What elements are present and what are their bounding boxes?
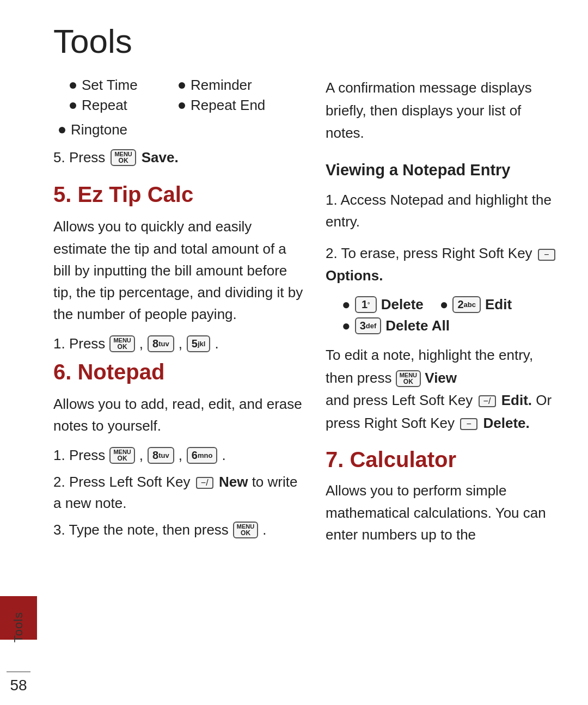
ringtone-label: Ringtone: [71, 121, 127, 138]
list-item: Reminder: [179, 77, 287, 94]
notepad-step3-row: 3. Type the note, then press MENU OK .: [53, 522, 304, 538]
edit-note-section: To edit a note, highlight the entry, the…: [326, 344, 561, 434]
soft-key-right-icon: −: [538, 249, 555, 261]
calculator-heading: 7. Calculator: [326, 447, 561, 472]
ez-tip-step-row: 1. Press MENU OK , 8tuv , 5jkl .: [53, 335, 304, 352]
bullet-dot-opt2: ●: [440, 296, 449, 313]
notepad-key-8: 8tuv: [148, 447, 174, 464]
sidebar: Tools 58: [0, 0, 37, 705]
comma2: ,: [179, 335, 182, 352]
edit-soft-key-right: −: [460, 418, 477, 430]
period2: .: [222, 447, 225, 464]
right-step2: 2. To erase, press Right Soft Key − Opti…: [326, 242, 561, 286]
right-step1: 1. Access Notepad and highlight the entr…: [326, 189, 561, 233]
period1: .: [215, 335, 218, 352]
sidebar-label: Tools: [11, 612, 26, 642]
option-edit: ● 2abc Edit: [440, 296, 512, 313]
list-item: Set Time: [70, 77, 168, 94]
bullet-grid: Set Time Reminder Repeat Repeat End: [70, 77, 304, 114]
main-content: Tools Set Time Reminder Repeat: [37, 0, 588, 705]
option-delete-all-row: ● 3def Delete All: [342, 317, 561, 334]
left-column: Set Time Reminder Repeat Repeat End: [53, 77, 304, 683]
options-row1: ● 1° Delete ● 2abc Edit: [342, 296, 561, 313]
list-item: Repeat End: [179, 97, 287, 114]
ez-tip-heading: 5. Ez Tip Calc: [53, 182, 304, 207]
key-2abc: 2abc: [452, 296, 481, 313]
notepad-menu-key2: MENU OK: [233, 522, 258, 538]
option-delete: ● 1° Delete: [342, 296, 424, 313]
confirmation-text: A confirmation message displays briefly,…: [326, 77, 561, 145]
menu-ok-bottom: OK: [119, 157, 128, 164]
bullet-dot: [70, 102, 76, 109]
ez-tip-step-text: 1. Press: [53, 335, 105, 352]
sidebar-line: [7, 671, 30, 672]
comma3: ,: [139, 447, 143, 464]
right-column: A confirmation message displays briefly,…: [326, 77, 561, 683]
press-save-text: 5. Press: [53, 149, 105, 166]
menu-ok-key: MENU OK: [111, 149, 136, 166]
comma4: ,: [179, 447, 182, 464]
ringtone-row: Ringtone: [59, 121, 304, 138]
bullet-label: Set Time: [82, 77, 138, 94]
edit-note-menu-key: MENU OK: [396, 370, 421, 387]
save-label: Save.: [142, 149, 179, 166]
soft-key-left-icon: −/: [196, 477, 213, 489]
bullet-dot: [70, 82, 76, 89]
two-column-layout: Set Time Reminder Repeat Repeat End: [53, 77, 561, 683]
notepad-step1-row: 1. Press MENU OK , 8tuv , 6mno .: [53, 447, 304, 464]
edit-soft-key-left: −/: [479, 395, 496, 407]
notepad-heading: 6. Notepad: [53, 360, 304, 384]
comma1: ,: [139, 335, 143, 352]
ez-tip-menu-key: MENU OK: [109, 335, 134, 352]
key-1: 1°: [355, 296, 377, 313]
bullet-dot: [59, 127, 65, 133]
bullet-dot: [179, 102, 185, 109]
press-save-row: 5. Press MENU OK Save.: [53, 149, 304, 166]
bullet-dot-opt3: ●: [342, 317, 351, 334]
ez-tip-body: Allows you to quickly and easily estimat…: [53, 216, 304, 325]
viewing-heading: Viewing a Notepad Entry: [326, 161, 561, 179]
bullet-label: Repeat End: [191, 97, 265, 114]
ez-tip-key-5: 5jkl: [187, 335, 211, 352]
bullet-label: Repeat: [82, 97, 127, 114]
ez-tip-key-8: 8tuv: [148, 335, 174, 352]
notepad-menu-key1: MENU OK: [109, 447, 134, 464]
notepad-step2: 2. Press Left Soft Key −/ New to write a…: [53, 471, 304, 514]
bullet-dot-opt: ●: [342, 296, 351, 313]
key-3def: 3def: [355, 317, 382, 334]
notepad-step1-text: 1. Press: [53, 447, 105, 464]
calculator-body: Allows you to perform simple mathematica…: [326, 480, 561, 545]
list-item: Repeat: [70, 97, 168, 114]
notepad-body: Allows you to add, read, edit, and erase…: [53, 393, 304, 437]
bullet-label: Reminder: [191, 77, 252, 94]
bullet-dot: [179, 82, 185, 89]
page-title: Tools: [53, 22, 561, 60]
notepad-key-6: 6mno: [187, 447, 218, 464]
page-number: 58: [10, 677, 27, 694]
